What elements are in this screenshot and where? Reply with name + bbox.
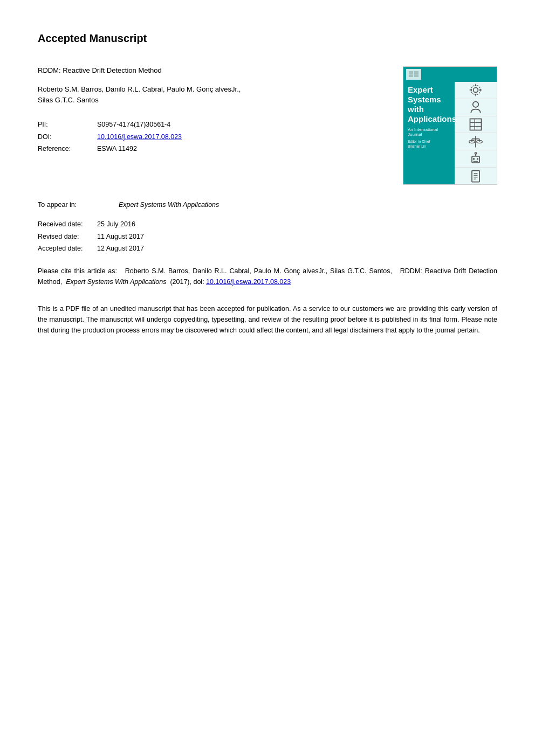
revised-row: Revised date: 11 August 2017	[38, 231, 497, 243]
svg-rect-2	[409, 74, 413, 77]
cover-icon-table	[455, 116, 497, 134]
received-row: Received date: 25 July 2016	[38, 218, 497, 231]
cover-icon-person	[455, 99, 497, 116]
svg-rect-1	[409, 71, 413, 74]
citation-text-before: Please cite this article as:	[38, 267, 117, 275]
cover-editor: Editor-in-Chief Binshan Lin	[408, 139, 450, 149]
appear-in-label: To appear in:	[38, 201, 119, 209]
accepted-manuscript-label: Accepted Manuscript	[38, 32, 497, 45]
dates-section: Received date: 25 July 2016 Revised date…	[38, 218, 497, 255]
article-info: RDDM: Reactive Drift Detection Method Ro…	[38, 66, 403, 155]
cover-icon-robot	[455, 150, 497, 168]
citation-journal: Expert Systems With Applications	[66, 278, 166, 286]
citation-doi-link[interactable]: 10.1016/j.eswa.2017.08.023	[206, 278, 291, 286]
reference-label: Reference:	[38, 143, 97, 155]
accepted-row: Accepted date: 12 August 2017	[38, 242, 497, 255]
cover-top-bar	[403, 67, 497, 82]
svg-rect-3	[414, 71, 419, 74]
pii-label: PII:	[38, 119, 97, 131]
pii-value: S0957-4174(17)30561-4	[97, 119, 170, 131]
cover-right-panel	[455, 82, 497, 184]
cover-main: Expert Systems with Applications An Inte…	[403, 82, 497, 184]
doi-link[interactable]: 10.1016/j.eswa.2017.08.023	[97, 131, 182, 143]
svg-point-19	[473, 158, 475, 160]
top-section: RDDM: Reactive Drift Detection Method Ro…	[38, 66, 497, 185]
revised-value: 11 August 2017	[97, 231, 144, 243]
svg-point-5	[474, 88, 478, 93]
document-page: Accepted Manuscript RDDM: Reactive Drift…	[0, 0, 535, 756]
appear-in-value: Expert Systems With Applications	[119, 201, 219, 209]
disclaimer-block: This is a PDF file of an unedited manusc…	[38, 303, 497, 336]
cover-subtitle: An International Journal	[408, 127, 450, 137]
revised-label: Revised date:	[38, 231, 97, 243]
doi-row: DOI: 10.1016/j.eswa.2017.08.023	[38, 131, 392, 143]
reference-value: ESWA 11492	[97, 143, 137, 155]
authors-line2: Silas G.T.C. Santos	[38, 96, 99, 104]
metadata-table: PII: S0957-4174(17)30561-4 DOI: 10.1016/…	[38, 119, 392, 155]
authors-line1: Roberto S.M. Barros, Danilo R.L. Cabral,…	[38, 85, 241, 93]
cover-icon-scale	[455, 133, 497, 150]
cover-icon-row	[455, 82, 497, 184]
doi-label: DOI:	[38, 131, 97, 143]
appear-in-row: To appear in: Expert Systems With Applic…	[38, 201, 497, 209]
svg-point-6	[471, 86, 481, 95]
svg-rect-8	[470, 119, 482, 130]
cover-logo	[406, 69, 421, 80]
article-title: RDDM: Reactive Drift Detection Method	[38, 66, 392, 74]
cover-icon-document	[455, 168, 497, 184]
svg-point-20	[477, 158, 479, 160]
cover-journal-title: Expert Systems with Applications	[408, 85, 450, 124]
received-label: Received date:	[38, 218, 97, 231]
pii-row: PII: S0957-4174(17)30561-4	[38, 119, 392, 131]
svg-rect-24	[472, 170, 479, 182]
accepted-label: Accepted date:	[38, 242, 97, 255]
cover-left-panel: Expert Systems with Applications An Inte…	[403, 82, 455, 184]
accepted-value: 12 August 2017	[97, 242, 144, 255]
authors: Roberto S.M. Barros, Danilo R.L. Cabral,…	[38, 84, 392, 105]
cover-icon-gear	[455, 82, 497, 99]
received-value: 25 July 2016	[97, 218, 135, 231]
citation-authors: Roberto S.M. Barros, Danilo R.L. Cabral,…	[125, 267, 392, 275]
svg-rect-4	[414, 74, 419, 77]
reference-row: Reference: ESWA 11492	[38, 143, 392, 155]
journal-cover: Expert Systems with Applications An Inte…	[403, 66, 497, 185]
citation-block: Please cite this article as: Roberto S.M…	[38, 266, 497, 287]
svg-point-7	[473, 102, 479, 108]
citation-year-doi: (2017), doi:	[170, 278, 204, 286]
